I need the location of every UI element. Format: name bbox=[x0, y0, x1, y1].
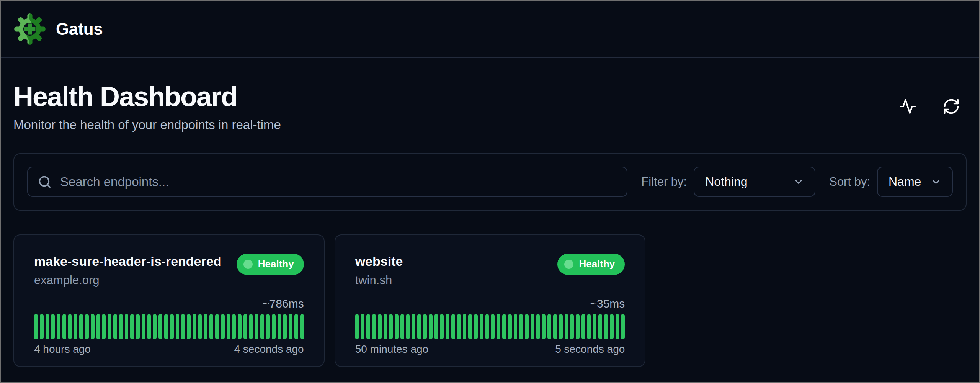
response-time-bar[interactable] bbox=[170, 314, 174, 339]
response-time-bar[interactable] bbox=[542, 314, 546, 339]
response-time-bar[interactable] bbox=[508, 314, 512, 339]
response-time-bar[interactable] bbox=[255, 314, 258, 339]
response-time-bar[interactable] bbox=[581, 314, 585, 339]
response-time-bar[interactable] bbox=[102, 314, 106, 339]
response-time-bar[interactable] bbox=[243, 314, 247, 339]
response-time-bar[interactable] bbox=[232, 314, 236, 339]
endpoint-card[interactable]: make-sure-header-is-rendered example.org… bbox=[13, 234, 325, 367]
response-time-bar[interactable] bbox=[108, 314, 111, 339]
response-time-bar[interactable] bbox=[593, 314, 596, 339]
response-time-bar[interactable] bbox=[525, 314, 529, 339]
response-time-bar[interactable] bbox=[294, 314, 298, 339]
response-time-bar[interactable] bbox=[384, 314, 387, 339]
response-time-bar[interactable] bbox=[423, 314, 427, 339]
response-time-bar[interactable] bbox=[215, 314, 219, 339]
response-time-bar[interactable] bbox=[158, 314, 162, 339]
response-time-bar[interactable] bbox=[204, 314, 207, 339]
response-time-bar[interactable] bbox=[576, 314, 580, 339]
response-time-bar[interactable] bbox=[68, 314, 72, 339]
response-time-bar[interactable] bbox=[119, 314, 123, 339]
refresh-icon[interactable] bbox=[942, 97, 960, 116]
response-time-bar[interactable] bbox=[434, 314, 438, 339]
response-time-bar[interactable] bbox=[559, 314, 563, 339]
response-time-bar[interactable] bbox=[91, 314, 95, 339]
response-time-bar[interactable] bbox=[300, 314, 304, 339]
response-time-bar[interactable] bbox=[130, 314, 134, 339]
gatus-logo-icon[interactable] bbox=[14, 13, 46, 45]
response-time-bar[interactable] bbox=[153, 314, 157, 339]
response-time-bar[interactable] bbox=[610, 314, 614, 339]
response-time-bar[interactable] bbox=[361, 314, 364, 339]
response-time-bar[interactable] bbox=[238, 314, 242, 339]
response-time-bar[interactable] bbox=[164, 314, 168, 339]
response-time-bar[interactable] bbox=[547, 314, 551, 339]
response-time-bar[interactable] bbox=[604, 314, 608, 339]
response-time-bar[interactable] bbox=[176, 314, 180, 339]
response-time-bar[interactable] bbox=[40, 314, 44, 339]
response-time-bar[interactable] bbox=[221, 314, 225, 339]
response-time-bar[interactable] bbox=[457, 314, 461, 339]
response-time-bar[interactable] bbox=[497, 314, 500, 339]
response-time-bar[interactable] bbox=[187, 314, 191, 339]
response-time-bar[interactable] bbox=[79, 314, 83, 339]
response-time-bar[interactable] bbox=[46, 314, 49, 339]
response-time-bar[interactable] bbox=[440, 314, 444, 339]
response-time-bar[interactable] bbox=[468, 314, 472, 339]
response-time-bar[interactable] bbox=[51, 314, 55, 339]
response-time-bar[interactable] bbox=[278, 314, 281, 339]
endpoint-card[interactable]: website twin.sh Healthy ~35ms 50 minutes… bbox=[335, 234, 646, 367]
response-time-bar[interactable] bbox=[249, 314, 253, 339]
response-time-bar[interactable] bbox=[283, 314, 287, 339]
response-time-bar[interactable] bbox=[389, 314, 393, 339]
response-time-bar[interactable] bbox=[355, 314, 359, 339]
response-time-bar[interactable] bbox=[142, 314, 145, 339]
response-time-bar[interactable] bbox=[198, 314, 202, 339]
response-time-bar[interactable] bbox=[193, 314, 196, 339]
response-time-bar[interactable] bbox=[96, 314, 100, 339]
response-time-bar[interactable] bbox=[514, 314, 518, 339]
response-time-bar[interactable] bbox=[485, 314, 489, 339]
response-time-bar[interactable] bbox=[412, 314, 415, 339]
response-time-bar[interactable] bbox=[147, 314, 151, 339]
response-time-bar[interactable] bbox=[57, 314, 60, 339]
response-time-bar[interactable] bbox=[598, 314, 602, 339]
response-time-bar[interactable] bbox=[113, 314, 117, 339]
response-time-bar[interactable] bbox=[474, 314, 478, 339]
response-time-bar[interactable] bbox=[260, 314, 264, 339]
response-time-bar[interactable] bbox=[366, 314, 370, 339]
response-time-bar[interactable] bbox=[531, 314, 534, 339]
response-time-bar[interactable] bbox=[553, 314, 557, 339]
response-time-bar[interactable] bbox=[181, 314, 185, 339]
response-time-bar[interactable] bbox=[570, 314, 574, 339]
search-input[interactable] bbox=[60, 175, 617, 189]
response-time-bar[interactable] bbox=[34, 314, 38, 339]
response-time-bar[interactable] bbox=[372, 314, 376, 339]
response-time-bar[interactable] bbox=[406, 314, 410, 339]
response-time-bar[interactable] bbox=[266, 314, 270, 339]
response-time-bar[interactable] bbox=[227, 314, 230, 339]
response-time-bar[interactable] bbox=[209, 314, 213, 339]
response-time-bar[interactable] bbox=[125, 314, 129, 339]
response-time-bar[interactable] bbox=[446, 314, 449, 339]
response-time-bar[interactable] bbox=[621, 314, 625, 339]
response-time-bar[interactable] bbox=[451, 314, 455, 339]
sort-select[interactable]: Name bbox=[877, 167, 953, 197]
response-time-bar[interactable] bbox=[429, 314, 433, 339]
response-time-bar[interactable] bbox=[480, 314, 483, 339]
response-time-bar[interactable] bbox=[616, 314, 619, 339]
response-time-bar[interactable] bbox=[85, 314, 89, 339]
response-time-bar[interactable] bbox=[565, 314, 568, 339]
response-time-bar[interactable] bbox=[463, 314, 467, 339]
response-time-bar[interactable] bbox=[536, 314, 540, 339]
activity-pulse-icon[interactable] bbox=[898, 97, 917, 116]
filter-select[interactable]: Nothing bbox=[694, 167, 815, 197]
response-time-bar[interactable] bbox=[417, 314, 421, 339]
response-time-bar[interactable] bbox=[136, 314, 140, 339]
response-time-bar[interactable] bbox=[400, 314, 404, 339]
response-time-bar[interactable] bbox=[272, 314, 276, 339]
response-time-bar[interactable] bbox=[519, 314, 523, 339]
response-time-bar[interactable] bbox=[502, 314, 506, 339]
response-time-bar[interactable] bbox=[587, 314, 591, 339]
response-time-bar[interactable] bbox=[62, 314, 66, 339]
response-time-bar[interactable] bbox=[289, 314, 292, 339]
